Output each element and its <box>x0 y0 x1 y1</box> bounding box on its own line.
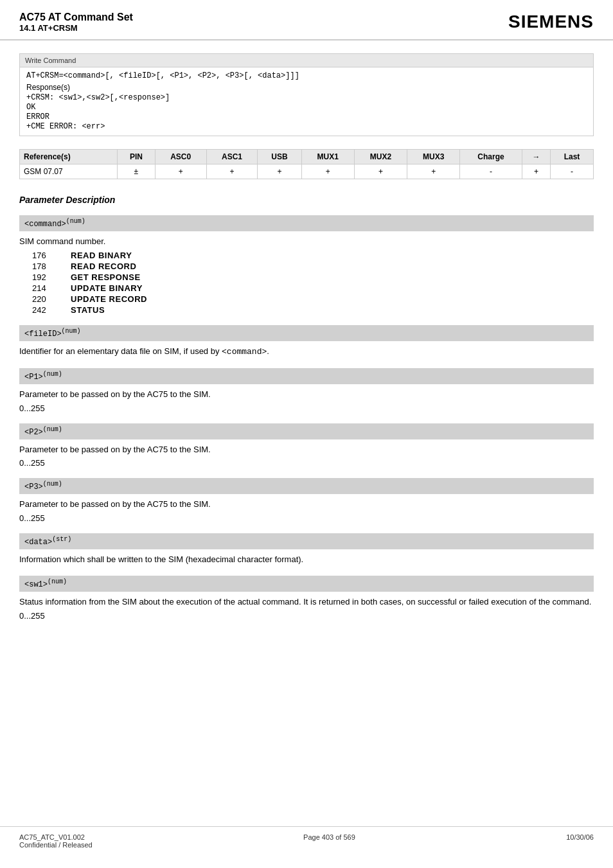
param-desc-fileID: Identifier for an elementary data file o… <box>19 345 594 359</box>
param-header-fileID: <fileID>(num) <box>19 325 594 341</box>
list-item: 214 UPDATE BINARY <box>32 283 594 293</box>
param-desc-sw1: Status information from the SIM about th… <box>19 596 594 608</box>
response-line-2: OK <box>26 103 587 112</box>
param-values-P3: 0...255 <box>19 513 594 523</box>
response-line-1: +CRSM: <sw1>,<sw2>[,<response>] <box>26 93 587 102</box>
write-command-label: Write Command <box>20 54 593 67</box>
ref-asc0: + <box>155 164 206 179</box>
ref-mux3: + <box>407 164 460 179</box>
col-mux2: MUX2 <box>354 150 407 164</box>
param-header-P2: <P2>(num) <box>19 423 594 439</box>
param-table-command: 176 READ BINARY 178 READ RECORD 192 GET … <box>32 251 594 315</box>
response-line-4: +CME ERROR: <err> <box>26 122 587 131</box>
param-header-P3: <P3>(num) <box>19 478 594 494</box>
col-pin: PIN <box>118 150 155 164</box>
doc-title: AC75 AT Command Set <box>19 12 133 23</box>
header-right: SIEMENS <box>508 12 594 32</box>
list-item: 220 UPDATE RECORD <box>32 294 594 304</box>
ref-pin: ± <box>118 164 155 179</box>
main-content: Write Command AT+CRSM=<command>[, <fileI… <box>0 40 613 637</box>
write-command-content: AT+CRSM=<command>[, <fileID>[, <P1>, <P2… <box>20 67 593 136</box>
footer-doc-id: AC75_ATC_V01.002 <box>19 833 93 841</box>
footer-left: AC75_ATC_V01.002 Confidential / Released <box>19 833 93 849</box>
ref-last: - <box>551 164 594 179</box>
col-mux3: MUX3 <box>407 150 460 164</box>
list-item: 176 READ BINARY <box>32 251 594 260</box>
section-title: Parameter Description <box>19 195 594 205</box>
param-desc-data: Information which shall be written to th… <box>19 553 594 566</box>
page-footer: AC75_ATC_V01.002 Confidential / Released… <box>0 826 613 855</box>
list-item: 178 READ RECORD <box>32 261 594 271</box>
param-header-P1: <P1>(num) <box>19 368 594 384</box>
col-arrow: → <box>522 150 550 164</box>
table-row: GSM 07.07 ± + + + + + + - + - <box>20 164 594 179</box>
command-line: AT+CRSM=<command>[, <fileID>[, <P1>, <P2… <box>26 71 587 80</box>
param-desc-P2: Parameter to be passed on by the AC75 to… <box>19 443 594 456</box>
param-header-data: <data>(str) <box>19 533 594 549</box>
ref-mux1: + <box>301 164 354 179</box>
response-line-3: ERROR <box>26 112 587 121</box>
col-asc0: ASC0 <box>155 150 206 164</box>
write-command-box: Write Command AT+CRSM=<command>[, <fileI… <box>19 53 594 136</box>
footer-page: Page 403 of 569 <box>303 833 355 849</box>
response-label: Response(s) <box>26 83 587 92</box>
page-header: AC75 AT Command Set 14.1 AT+CRSM SIEMENS <box>0 0 613 40</box>
doc-subtitle: 14.1 AT+CRSM <box>19 23 133 33</box>
list-item: 192 GET RESPONSE <box>32 272 594 282</box>
param-header-command: <command>(num) <box>19 215 594 231</box>
col-last: Last <box>551 150 594 164</box>
list-item: 242 STATUS <box>32 305 594 315</box>
param-desc-P1: Parameter to be passed on by the AC75 to… <box>19 388 594 401</box>
param-desc-P3: Parameter to be passed on by the AC75 to… <box>19 498 594 511</box>
col-reference: Reference(s) <box>20 150 118 164</box>
col-asc1: ASC1 <box>206 150 258 164</box>
ref-usb: + <box>258 164 301 179</box>
reference-table: Reference(s) PIN ASC0 ASC1 USB MUX1 MUX2… <box>19 149 594 179</box>
table-header-row: Reference(s) PIN ASC0 ASC1 USB MUX1 MUX2… <box>20 150 594 164</box>
ref-arrow-val: + <box>522 164 550 179</box>
param-desc-command: SIM command number. <box>19 235 594 248</box>
footer-status: Confidential / Released <box>19 841 93 849</box>
ref-charge: - <box>460 164 522 179</box>
footer-date: 10/30/06 <box>566 833 594 849</box>
ref-name: GSM 07.07 <box>20 164 118 179</box>
col-usb: USB <box>258 150 301 164</box>
header-left: AC75 AT Command Set 14.1 AT+CRSM <box>19 12 133 33</box>
col-mux1: MUX1 <box>301 150 354 164</box>
col-charge: Charge <box>460 150 522 164</box>
param-values-P1: 0...255 <box>19 403 594 413</box>
param-values-P2: 0...255 <box>19 458 594 468</box>
param-header-sw1: <sw1>(num) <box>19 576 594 592</box>
ref-asc1: + <box>206 164 258 179</box>
param-values-sw1: 0...255 <box>19 611 594 621</box>
brand-logo: SIEMENS <box>508 12 594 32</box>
ref-mux2: + <box>354 164 407 179</box>
